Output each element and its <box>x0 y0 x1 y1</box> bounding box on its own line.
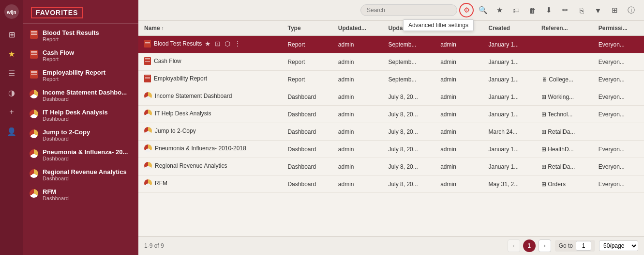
cell-updated: July 8, 20... <box>382 106 434 123</box>
open-action-icon[interactable]: ⬡ <box>225 40 230 48</box>
table-row[interactable]: RFM Dashboard admin July 8, 20... admin … <box>138 175 644 193</box>
cell-created-by: admin <box>434 175 482 193</box>
cell-created-by: admin <box>434 123 482 141</box>
table-row[interactable]: Regional Revenue Analytics Dashboard adm… <box>138 158 644 175</box>
star-icon[interactable]: ★ <box>3 46 20 62</box>
col-reference[interactable]: Referen... <box>536 21 593 36</box>
table-row[interactable]: IT Help Desk Analysis Dashboard admin Ju… <box>138 106 644 123</box>
goto-section: Go to <box>555 240 595 252</box>
items-table: Name Type Updated... Updated Created... … <box>138 21 644 193</box>
sidebar-item-type: Dashboard <box>43 116 108 122</box>
table-row[interactable]: Blood Test Results ★ ⊡ ⬡ ⋮ Report admin … <box>138 36 644 53</box>
download-button[interactable]: ⬇ <box>541 3 556 17</box>
cell-updated: Septemb... <box>382 36 434 53</box>
col-type[interactable]: Type <box>282 21 332 36</box>
item-icon <box>29 169 39 178</box>
sidebar-item-rfm[interactable]: RFM Dashboard <box>23 185 138 205</box>
delete-button[interactable]: 🗑 <box>525 3 539 17</box>
copy-button[interactable]: ⎘ <box>574 3 589 17</box>
cell-created-by: admin <box>434 106 482 123</box>
next-page-button[interactable]: › <box>539 239 551 252</box>
search-button[interactable]: 🔍 <box>476 3 490 17</box>
pagination-nav: ‹ 1 › <box>508 239 551 252</box>
table-row[interactable]: Income Statement Dashboard Dashboard adm… <box>138 88 644 106</box>
col-created[interactable]: Created <box>483 21 536 36</box>
sidebar-item-name: Cash Flow <box>43 49 74 56</box>
star-action-icon[interactable]: ★ <box>205 40 211 48</box>
col-name[interactable]: Name <box>138 21 282 36</box>
sidebar: FAVORITES Blood Test Results Report Cash… <box>23 0 138 255</box>
sidebar-item-type: Report <box>43 76 105 82</box>
sidebar-item-pneumonia[interactable]: Pneumonia & Influenza- 20... Dashboard <box>23 145 138 165</box>
embed-action-icon[interactable]: ⊡ <box>215 40 221 48</box>
cell-updated-by: admin <box>332 106 383 123</box>
sidebar-item-regional-revenue[interactable]: Regional Revenue Analytics Dashboard <box>23 165 138 185</box>
col-permission[interactable]: Permissi... <box>593 21 644 36</box>
cell-reference: 🖥 College... <box>536 71 593 88</box>
bookmark-button[interactable]: ★ <box>492 3 507 17</box>
more-action-icon[interactable]: ⋮ <box>234 40 241 48</box>
type-icon-dashboard <box>144 144 152 152</box>
info-button[interactable]: ⓘ <box>624 3 638 17</box>
prev-page-button[interactable]: ‹ <box>508 239 520 252</box>
table-row[interactable]: Pneumonia & Influenza- 2010-2018 Dashboa… <box>138 141 644 158</box>
sidebar-item-cash-flow[interactable]: Cash Flow Report <box>23 46 138 65</box>
cell-created: January 1... <box>483 88 536 106</box>
sidebar-item-name: Employability Report <box>43 69 105 76</box>
sidebar-item-name: Blood Test Results <box>43 29 99 36</box>
grid-button[interactable]: ⊞ <box>607 3 622 17</box>
report-icon <box>30 50 38 59</box>
sidebar-header: FAVORITES <box>23 0 138 24</box>
perpage-select[interactable]: 10/page 20/page 50/page 100/page <box>599 240 638 251</box>
cell-name: RFM <box>138 175 282 193</box>
cell-created: January 1... <box>483 106 536 123</box>
cell-created-by: admin <box>434 88 482 106</box>
cell-name: Employability Report <box>138 71 282 88</box>
cell-updated-by: admin <box>332 175 383 193</box>
add-icon[interactable]: + <box>3 104 20 120</box>
sidebar-item-it-help-desk[interactable]: IT Help Desk Analysis Dashboard <box>23 105 138 125</box>
table-row[interactable]: Cash Flow Report admin Septemb... admin … <box>138 53 644 71</box>
app-logo: wijn <box>4 4 19 19</box>
table-row[interactable]: Employability Report Report admin Septem… <box>138 71 644 88</box>
cell-updated-by: admin <box>332 71 383 88</box>
cell-type: Report <box>282 71 332 88</box>
dashboard-icon <box>30 149 38 158</box>
home-icon[interactable]: ⊞ <box>3 26 20 43</box>
item-icon <box>29 129 39 139</box>
current-page[interactable]: 1 <box>523 239 536 252</box>
cell-updated: July 8, 20... <box>382 141 434 158</box>
cell-created: January 1... <box>483 71 536 88</box>
sidebar-item-income-statement[interactable]: Income Statement Dashbo... Dashboard <box>23 85 138 105</box>
filter-button[interactable]: ▼ <box>591 3 605 17</box>
cell-name: Cash Flow <box>138 53 282 71</box>
edit-button[interactable]: ✏ <box>558 3 572 17</box>
advanced-filter-tooltip: Advanced filter settings <box>403 19 474 31</box>
chart-icon[interactable]: ◑ <box>3 84 20 101</box>
dashboard-icon <box>30 129 38 138</box>
tag-button[interactable]: 🏷 <box>509 3 523 17</box>
sidebar-items-list: Blood Test Results Report Cash Flow Repo… <box>23 24 138 255</box>
sidebar-item-blood-test[interactable]: Blood Test Results Report <box>23 26 138 46</box>
sidebar-item-name: Regional Revenue Analytics <box>43 168 127 175</box>
cell-updated: July 8, 20... <box>382 88 434 106</box>
cell-type: Report <box>282 53 332 71</box>
cell-updated-by: admin <box>332 36 383 53</box>
table-row[interactable]: Jump to 2-Copy Dashboard admin July 8, 2… <box>138 123 644 141</box>
sidebar-item-employability[interactable]: Employability Report Report <box>23 65 138 85</box>
list-icon[interactable]: ☰ <box>3 65 20 81</box>
search-input[interactable] <box>360 4 457 16</box>
sidebar-item-jump-to-2-copy[interactable]: Jump to 2-Copy Dashboard <box>23 125 138 145</box>
item-name: Regional Revenue Analytics <box>155 162 227 169</box>
cell-reference: ⊞ Orders <box>536 175 593 193</box>
cell-created-by: admin <box>434 141 482 158</box>
range-info: 1-9 of 9 <box>144 242 164 249</box>
cell-created: January 1... <box>483 53 536 71</box>
table-area: Name Type Updated... Updated Created... … <box>138 21 644 236</box>
advanced-filter-button[interactable]: ⚙ <box>459 3 474 17</box>
user-icon[interactable]: 👤 <box>3 123 20 140</box>
goto-input[interactable] <box>576 241 591 251</box>
col-updated-by[interactable]: Updated... <box>332 21 383 36</box>
cell-permission: Everyon... <box>593 141 644 158</box>
cell-type: Dashboard <box>282 88 332 106</box>
